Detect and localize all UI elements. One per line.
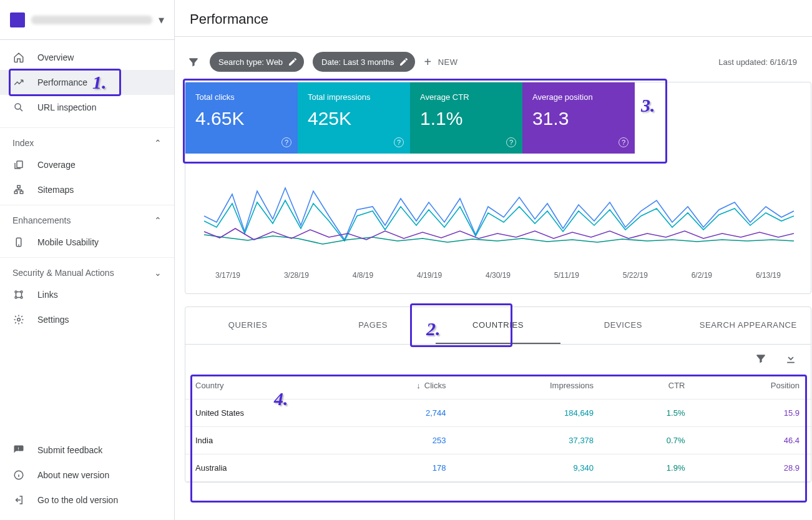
metric-card-1[interactable]: Total impressions425K? xyxy=(298,82,410,154)
svg-point-8 xyxy=(21,291,22,293)
sidebar: ▾ Overview Performance URL inspection In… xyxy=(0,0,175,520)
data-panel: QUERIESPAGESCOUNTRIESDEVICESSEARCH APPEA… xyxy=(185,307,811,483)
callout-2: 2. xyxy=(426,318,441,340)
cell-position: 15.9 xyxy=(697,400,811,427)
nav-label: Go to the old version xyxy=(37,495,118,505)
section-title: Index xyxy=(12,138,34,148)
nav-about[interactable]: About new version xyxy=(0,463,174,488)
tab-queries[interactable]: QUERIES xyxy=(185,307,310,344)
filter-icon[interactable] xyxy=(755,352,767,365)
metric-value: 1.1% xyxy=(420,108,512,129)
nav-feedback[interactable]: Submit feedback xyxy=(0,438,174,463)
help-icon[interactable]: ? xyxy=(281,137,291,147)
feedback-icon xyxy=(12,444,25,456)
help-icon[interactable]: ? xyxy=(506,137,516,147)
x-tick: 4/8/19 xyxy=(353,271,373,280)
download-icon[interactable] xyxy=(785,352,797,365)
plus-icon: + xyxy=(424,55,431,69)
metric-card-2[interactable]: Average CTR1.1%? xyxy=(410,82,522,154)
metric-card-3[interactable]: Average position31.3? xyxy=(522,82,635,154)
add-filter-label: NEW xyxy=(438,57,458,67)
col-impressions[interactable]: Impressions xyxy=(457,372,605,400)
nav-mobile-usability[interactable]: Mobile Usability xyxy=(0,230,174,255)
nav-label: About new version xyxy=(37,470,109,480)
sitemap-icon xyxy=(12,184,25,196)
cell-position: 46.4 xyxy=(697,427,811,454)
col-position[interactable]: Position xyxy=(697,372,811,400)
metric-label: Average position xyxy=(532,92,625,102)
x-axis-ticks: 3/17/193/28/194/8/194/19/194/30/195/11/1… xyxy=(198,266,798,280)
metric-label: Average CTR xyxy=(420,92,512,102)
section-title: Security & Manual Actions xyxy=(12,268,114,278)
tab-countries[interactable]: COUNTRIES xyxy=(436,307,560,344)
cell-ctr: 1.5% xyxy=(605,400,696,427)
metric-value: 4.65K xyxy=(195,108,288,129)
nav-links[interactable]: Links xyxy=(0,282,174,307)
table-row[interactable]: Australia1789,3401.9%28.9 xyxy=(185,454,811,482)
help-icon[interactable]: ? xyxy=(394,137,404,147)
line-chart-svg xyxy=(198,172,797,266)
cell-clicks: 253 xyxy=(341,427,457,454)
callout-4: 4. xyxy=(274,388,288,410)
tab-search-appearance[interactable]: SEARCH APPEARANCE xyxy=(686,307,811,344)
nav-settings[interactable]: Settings xyxy=(0,307,174,332)
x-tick: 6/13/19 xyxy=(756,271,781,280)
section-security[interactable]: Security & Manual Actions ⌄ xyxy=(0,257,174,282)
search-icon xyxy=(12,101,25,114)
nav-overview[interactable]: Overview xyxy=(0,45,174,70)
chip-label: Search type: Web xyxy=(218,57,283,67)
x-tick: 6/2/19 xyxy=(692,271,712,280)
tab-devices[interactable]: DEVICES xyxy=(560,307,685,344)
cell-ctr: 0.7% xyxy=(605,427,696,454)
sort-descending-icon: ↓ xyxy=(416,381,421,390)
nav-label: Links xyxy=(37,290,58,300)
nav-coverage[interactable]: Coverage xyxy=(0,152,174,177)
add-filter-button[interactable]: + NEW xyxy=(424,55,457,69)
copy-icon xyxy=(12,159,25,171)
cell-country: United States xyxy=(185,400,341,427)
site-logo-icon xyxy=(10,12,25,27)
pencil-icon xyxy=(288,57,298,67)
cell-ctr: 1.9% xyxy=(605,454,696,482)
callout-3: 3. xyxy=(641,95,655,116)
section-title: Enhancements xyxy=(12,215,71,225)
filter-bar: Search type: Web Date: Last 3 months + N… xyxy=(185,47,812,82)
sidebar-footer: Submit feedback About new version Go to … xyxy=(0,438,174,520)
section-enhancements[interactable]: Enhancements ⌃ xyxy=(0,205,174,230)
exit-icon xyxy=(12,494,25,506)
section-index[interactable]: Index ⌃ xyxy=(0,127,174,152)
nav-url-inspection[interactable]: URL inspection xyxy=(0,95,174,120)
cell-country: Australia xyxy=(185,454,341,482)
x-tick: 4/19/19 xyxy=(417,271,442,280)
nav-old-version[interactable]: Go to the old version xyxy=(0,488,174,513)
nav-performance[interactable]: Performance xyxy=(0,70,174,95)
chip-date[interactable]: Date: Last 3 months xyxy=(313,52,415,72)
help-icon[interactable]: ? xyxy=(619,137,629,147)
trend-icon xyxy=(12,76,25,89)
svg-point-0 xyxy=(15,104,21,109)
performance-chart: 3/17/193/28/194/8/194/19/194/30/195/11/1… xyxy=(185,154,811,286)
page-title: Performance xyxy=(175,0,812,37)
tab-pages[interactable]: PAGES xyxy=(310,307,435,344)
chip-search-type[interactable]: Search type: Web xyxy=(210,52,304,72)
chevron-down-icon: ⌄ xyxy=(154,268,162,278)
col-country[interactable]: Country xyxy=(185,372,341,400)
nav-sitemaps[interactable]: Sitemaps xyxy=(0,177,174,202)
nav-label: Mobile Usability xyxy=(37,237,99,247)
cell-clicks: 178 xyxy=(341,454,457,482)
col-ctr[interactable]: CTR xyxy=(605,372,696,400)
cell-position: 28.9 xyxy=(697,454,811,482)
nav-label: Overview xyxy=(37,52,74,62)
site-selector[interactable]: ▾ xyxy=(0,0,174,40)
x-tick: 5/11/19 xyxy=(554,271,579,280)
svg-rect-3 xyxy=(14,191,17,194)
chevron-up-icon: ⌃ xyxy=(154,215,162,225)
col-clicks[interactable]: ↓Clicks xyxy=(341,372,457,400)
metric-card-0[interactable]: Total clicks4.65K? xyxy=(185,82,298,154)
filter-icon[interactable] xyxy=(186,56,201,68)
svg-point-10 xyxy=(21,297,22,298)
last-updated: Last updated: 6/16/19 xyxy=(718,57,802,67)
table-row[interactable]: India25337,3780.7%46.4 xyxy=(185,427,811,454)
cell-impressions: 184,649 xyxy=(457,400,605,427)
svg-point-6 xyxy=(19,245,19,245)
